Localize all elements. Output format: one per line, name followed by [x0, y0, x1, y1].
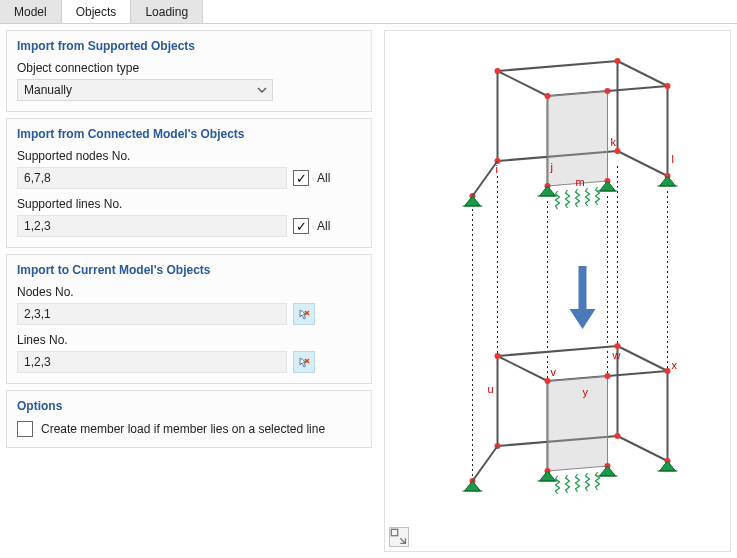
panel-import-supported: Import from Supported Objects Object con…	[6, 30, 372, 112]
lines-no-input[interactable]: 1,2,3	[17, 351, 287, 373]
connection-type-select[interactable]: Manually	[17, 79, 273, 101]
svg-line-29	[473, 161, 498, 196]
svg-marker-53	[548, 376, 608, 471]
supported-lines-label: Supported lines No.	[17, 197, 361, 211]
svg-line-65	[473, 446, 498, 481]
svg-text:m: m	[576, 176, 585, 188]
svg-line-44	[618, 346, 668, 371]
diagram-preview: i j k l m	[384, 30, 731, 552]
connection-type-label: Object connection type	[17, 61, 361, 75]
panel-import-connected: Import from Connected Model's Objects Su…	[6, 118, 372, 248]
chevron-down-icon	[255, 83, 269, 97]
structural-diagram: i j k l m	[385, 31, 730, 551]
svg-text:u: u	[488, 383, 494, 395]
svg-line-16	[618, 151, 668, 176]
supported-lines-input[interactable]: 1,2,3	[17, 215, 287, 237]
all-label: All	[317, 219, 330, 233]
panel-options: Options Create member load if member lie…	[6, 390, 372, 448]
create-member-load-checkbox[interactable]	[17, 421, 33, 437]
svg-point-54	[495, 353, 501, 359]
svg-line-43	[498, 346, 618, 356]
supported-nodes-label: Supported nodes No.	[17, 149, 361, 163]
supported-nodes-input[interactable]: 6,7,8	[17, 167, 287, 189]
svg-text:y: y	[583, 386, 589, 398]
panel-title: Options	[17, 399, 361, 413]
svg-rect-71	[391, 529, 397, 535]
svg-point-23	[615, 148, 621, 154]
svg-point-26	[605, 88, 611, 94]
svg-marker-17	[548, 91, 608, 186]
svg-point-57	[545, 378, 551, 384]
panel-title: Import from Supported Objects	[17, 39, 361, 53]
svg-point-18	[495, 68, 501, 74]
pick-lines-button[interactable]	[293, 351, 315, 373]
svg-line-7	[498, 61, 618, 71]
view-toggle-button[interactable]	[389, 527, 409, 547]
panel-title: Import from Connected Model's Objects	[17, 127, 361, 141]
svg-point-56	[665, 368, 671, 374]
nodes-no-label: Nodes No.	[17, 285, 361, 299]
svg-point-62	[605, 373, 611, 379]
svg-text:v: v	[551, 366, 557, 378]
tab-bar: Model Objects Loading	[0, 0, 737, 24]
panel-title: Import to Current Model's Objects	[17, 263, 361, 277]
svg-text:l: l	[672, 153, 674, 165]
svg-line-52	[618, 436, 668, 461]
tab-loading[interactable]: Loading	[131, 0, 203, 23]
supported-lines-all-checkbox[interactable]	[293, 218, 309, 234]
svg-text:i: i	[496, 163, 498, 175]
svg-text:x: x	[672, 359, 678, 371]
svg-line-9	[498, 71, 548, 96]
svg-text:k: k	[611, 136, 617, 148]
tab-objects[interactable]: Objects	[62, 0, 132, 23]
svg-text:j: j	[550, 161, 553, 173]
svg-point-59	[615, 433, 621, 439]
create-member-load-label: Create member load if member lies on a s…	[41, 422, 325, 436]
svg-marker-42	[570, 309, 596, 329]
svg-line-45	[498, 356, 548, 381]
svg-text:w: w	[612, 349, 621, 361]
svg-line-8	[618, 61, 668, 86]
nodes-no-input[interactable]: 2,3,1	[17, 303, 287, 325]
pick-nodes-button[interactable]	[293, 303, 315, 325]
tab-model[interactable]: Model	[0, 0, 62, 23]
supported-nodes-all-checkbox[interactable]	[293, 170, 309, 186]
svg-point-19	[615, 58, 621, 64]
svg-point-20	[665, 83, 671, 89]
lines-no-label: Lines No.	[17, 333, 361, 347]
panel-import-current: Import to Current Model's Objects Nodes …	[6, 254, 372, 384]
svg-point-21	[545, 93, 551, 99]
all-label: All	[317, 171, 330, 185]
